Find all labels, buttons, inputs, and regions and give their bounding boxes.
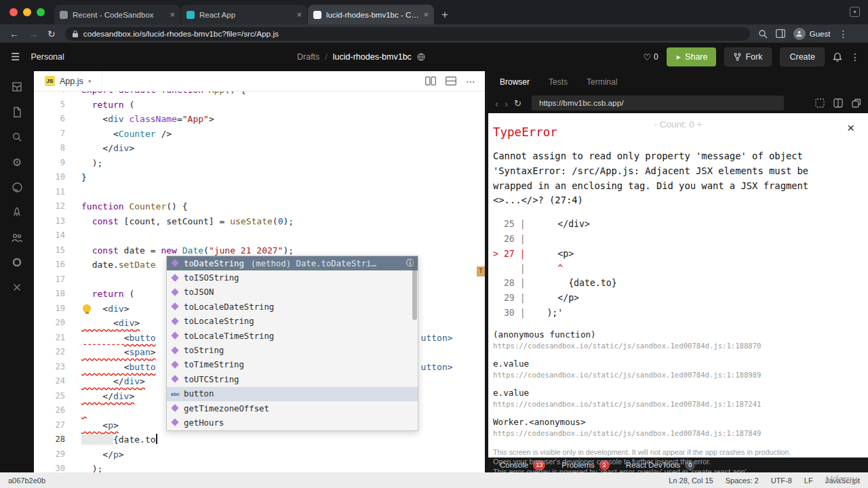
preview-toolbar-icons (815, 98, 861, 108)
split-preview-icon[interactable] (833, 98, 843, 108)
error-message-line: <>...</>? (27:4) (493, 193, 857, 208)
browser-tab-react-app[interactable]: React App × (181, 5, 307, 24)
search-icon[interactable] (9, 129, 24, 144)
code-line[interactable]: 10} (34, 170, 485, 185)
toolbar-right: Guest ⋮ (758, 28, 848, 40)
browser-tab-recent[interactable]: Recent - CodeSandbox × (54, 5, 180, 24)
line-number: 11 (34, 185, 81, 200)
suggestion-toString[interactable]: toString (167, 343, 418, 357)
reload-icon[interactable]: ↻ (47, 28, 56, 39)
eol-indicator[interactable]: LF (804, 476, 813, 485)
back-icon[interactable]: ← (9, 28, 19, 39)
side-panel-icon[interactable] (776, 29, 785, 38)
preview-back-icon[interactable]: ‹ (495, 98, 498, 109)
overview-ruler-marker: T (477, 266, 485, 277)
file-tab-appjs[interactable]: JS App.js ● (34, 71, 102, 91)
editor-more-icon[interactable]: ⋯ (466, 76, 475, 87)
line-number: 20 (34, 316, 81, 331)
likes[interactable]: ♡ 0 (643, 52, 658, 62)
fork-button[interactable]: Fork (724, 47, 772, 66)
code-line[interactable]: 4export default function App() { (34, 92, 485, 98)
code-line[interactable]: 12function Counter() { (34, 199, 485, 214)
indent-indicator[interactable]: Spaces: 2 (726, 476, 759, 485)
zoom-window-button[interactable] (37, 8, 45, 16)
activity-bar: ⚙ (0, 71, 34, 472)
code-line[interactable]: 11 (34, 185, 485, 200)
suggestion-getTimezoneOffset[interactable]: getTimezoneOffset (167, 401, 418, 415)
suggestion-toDateString[interactable]: toDateString(method) Date.toDateStri…ⓘ (167, 256, 418, 270)
tab-browser[interactable]: Browser (500, 77, 530, 87)
project-name[interactable]: lucid-rhodes-bmv1bc (333, 52, 412, 62)
tab-tests[interactable]: Tests (549, 77, 568, 87)
close-tab-icon[interactable]: × (423, 9, 429, 20)
address-bar[interactable]: codesandbox.io/s/lucid-rhodes-bmv1bc?fil… (65, 27, 750, 41)
line-col-indicator[interactable]: Ln 28, Col 15 (669, 476, 713, 485)
code-line[interactable]: 5 return ( (34, 98, 485, 113)
popup-scrollbar[interactable] (412, 258, 417, 320)
preview-address-bar[interactable]: https://bmv1bc.csb.app/ (532, 96, 784, 110)
sandbox-cube-icon[interactable] (9, 79, 24, 94)
live-users-icon[interactable] (9, 230, 24, 245)
create-button[interactable]: Create (780, 47, 825, 66)
breadcrumb-drafts[interactable]: Drafts (297, 52, 319, 62)
code-line[interactable]: 30 ); (34, 462, 485, 472)
suggestion-toUTCString[interactable]: toUTCString (167, 372, 418, 386)
close-window-button[interactable] (9, 8, 18, 16)
suggestion-getHours[interactable]: getHours (167, 415, 418, 430)
lightbulb-icon[interactable] (83, 304, 91, 312)
suggestion-toLocaleString[interactable]: toLocaleString (167, 314, 418, 329)
suggestion-toISOString[interactable]: toISOString (167, 270, 418, 285)
code-line[interactable]: 6 <div className="App"> (34, 112, 485, 127)
header-more-icon[interactable]: ⋮ (850, 52, 860, 62)
code-line[interactable]: 9 ); (34, 156, 485, 171)
new-tab-button[interactable]: + (441, 8, 448, 22)
dependencies-ring-icon[interactable] (9, 255, 24, 270)
create-label: Create (789, 52, 815, 62)
method-icon (170, 403, 180, 413)
close-tab-icon[interactable]: × (296, 9, 302, 20)
code-line[interactable]: 28 {date.to (34, 432, 485, 447)
tab-terminal[interactable]: Terminal (587, 77, 617, 87)
split-horizontal-icon[interactable] (446, 77, 456, 85)
pixel-grid-icon[interactable] (815, 98, 825, 108)
tab-search-icon[interactable]: ▾ (850, 7, 860, 17)
suggestion-button[interactable]: abcbutton (167, 387, 418, 401)
line-number: 17 (34, 272, 81, 287)
encoding-indicator[interactable]: UTF-8 (771, 476, 792, 485)
rocket-icon[interactable] (9, 205, 24, 220)
code-line[interactable]: 13 const [count, setCount] = useState(0)… (34, 214, 485, 229)
code-text: function Counter() { (81, 199, 188, 214)
suggestion-toLocaleDateString[interactable]: toLocaleDateString (167, 300, 418, 314)
forward-icon[interactable]: → (28, 28, 38, 39)
open-new-window-icon[interactable] (852, 98, 861, 108)
code-line[interactable]: 29 </p> (34, 447, 485, 462)
preview-forward-icon[interactable]: › (505, 98, 508, 109)
suggestion-toLocaleTimeString[interactable]: toLocaleTimeString (167, 329, 418, 343)
preview-panel: Browser Tests Terminal ‹ › ↻ https://bmv… (488, 71, 868, 472)
workspace-label[interactable]: Personal (31, 52, 64, 62)
browser-menu-icon[interactable]: ⋮ (838, 28, 848, 39)
code-line[interactable]: 14 (34, 228, 485, 243)
minimize-window-button[interactable] (23, 8, 31, 16)
browser-tab-sandbox-active[interactable]: lucid-rhodes-bmv1bc - CodeS... × (308, 5, 434, 24)
search-tabs-icon[interactable] (758, 29, 768, 39)
gear-icon[interactable]: ⚙ (9, 155, 24, 169)
error-message-line: Cannot assign to read only property 'mes… (493, 149, 857, 164)
share-button[interactable]: ➤ Share (667, 47, 717, 66)
x-icon[interactable] (9, 280, 24, 295)
notifications-bell-icon[interactable] (833, 52, 842, 62)
files-icon[interactable] (9, 104, 24, 119)
preview-refresh-icon[interactable]: ↻ (514, 98, 521, 108)
code-line[interactable]: 7 <Counter /> (34, 127, 485, 142)
split-vertical-icon[interactable] (425, 77, 436, 85)
close-tab-icon[interactable]: × (170, 9, 175, 20)
method-icon (170, 346, 180, 356)
menu-icon[interactable]: ☰ (11, 51, 20, 63)
code-line[interactable]: 8 </div> (34, 141, 485, 156)
profile-chip[interactable]: Guest (793, 28, 831, 40)
line-number: 19 (34, 302, 81, 317)
github-icon[interactable] (9, 180, 24, 195)
suggestion-toTimeString[interactable]: toTimeString (167, 358, 418, 372)
method-icon (170, 317, 180, 327)
suggestion-toJSON[interactable]: toJSON (167, 285, 418, 300)
